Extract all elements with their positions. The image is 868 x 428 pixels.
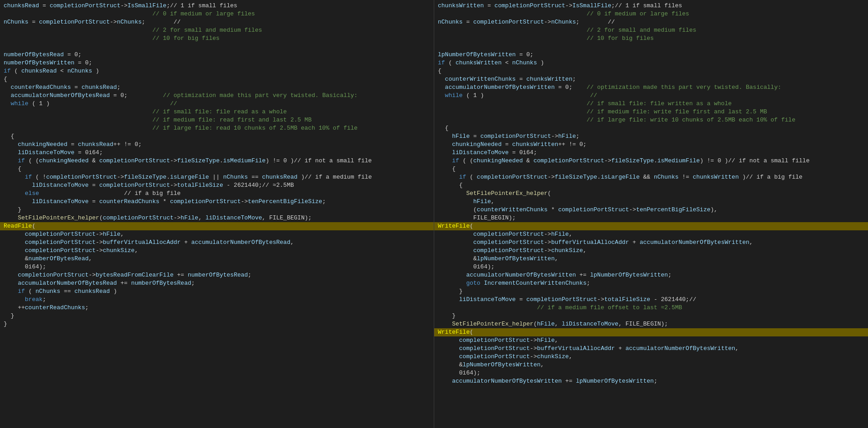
- code-line: hFile,: [434, 198, 868, 206]
- code-line: 0i64);: [0, 263, 434, 271]
- code-line: nChunks = completionPortStruct->nChunks;…: [0, 18, 434, 26]
- code-line: {: [0, 132, 434, 141]
- code-line: liDistanceToMove = 0i64;: [0, 149, 434, 157]
- code-line: counterWrittenChunks = chunksWritten;: [434, 75, 868, 83]
- code-line: if ( !completionPortStruct->fileSizeType…: [0, 173, 434, 181]
- code-line: // 0 if medium or large files: [0, 10, 434, 18]
- code-line: {: [434, 67, 868, 75]
- code-line: completionPortStruct->chunkSize,: [434, 247, 868, 255]
- code-line: completionPortStruct->hFile,: [434, 230, 868, 238]
- code-line: // 10 for big files: [434, 34, 868, 43]
- code-line: // 2 for small and medium files: [0, 26, 434, 34]
- code-line: 0i64);: [434, 263, 868, 271]
- code-line: if ( nChunks == chunksRead ): [0, 287, 434, 296]
- code-line: {: [434, 181, 868, 190]
- code-line: lpNumberOfBytesWritten = 0;: [434, 51, 868, 59]
- code-line: while ( 1 ) //: [434, 92, 868, 100]
- code-line: FILE_BEGIN);: [434, 214, 868, 222]
- code-line: chunkingNeeded = chunksWritten++ != 0;: [434, 141, 868, 149]
- code-line: goto IncrementCounterWrittenChunks;: [434, 279, 868, 287]
- code-line: accumulatorNumberOfBytesWritten = 0; // …: [434, 83, 868, 92]
- code-line: completionPortStruct->hFile,: [434, 336, 868, 345]
- code-line: chunksWritten = completionPortStruct->Is…: [434, 2, 868, 10]
- code-line: while ( 1 ) //: [0, 100, 434, 108]
- code-line: // if small file: file read as a whole: [0, 108, 434, 116]
- code-line: completionPortStruct->bufferVirtualAlloc…: [434, 345, 868, 353]
- code-line: nChunks = completionPortStruct->nChunks;…: [434, 18, 868, 26]
- code-line: accumulatorNumberOfBytesRead = 0; // opt…: [0, 92, 434, 100]
- code-line: if ( completionPortStruct->fileSizeType.…: [434, 173, 868, 181]
- code-line: liDistanceToMove = counterReadChunks * c…: [0, 198, 434, 206]
- code-line: (counterWrittenChunks * completionPortSt…: [434, 206, 868, 214]
- code-line: // if medium file: write file first and …: [434, 108, 868, 116]
- code-line: accumulatorNumberOfBytesWritten += lpNum…: [434, 271, 868, 279]
- code-line: {: [0, 75, 434, 83]
- code-line: else // if a big file: [0, 190, 434, 198]
- code-line: if ( (chunkingNeeded & completionPortStr…: [434, 157, 868, 165]
- code-line: {: [0, 165, 434, 173]
- code-line: liDistanceToMove = completionPortStruct-…: [434, 296, 868, 304]
- code-line: &lpNumberOfBytesWritten,: [434, 361, 868, 369]
- code-line: // 0 if medium or large files: [434, 10, 868, 18]
- left-pane[interactable]: chunksRead = completionPortStruct->IsSma…: [0, 0, 434, 428]
- code-line: completionPortStruct->chunkSize,: [0, 247, 434, 255]
- code-line: {: [434, 165, 868, 173]
- right-pane[interactable]: chunksWritten = completionPortStruct->Is…: [434, 0, 868, 428]
- code-line: [0, 43, 434, 51]
- code-line: SetFilePointerEx_helper(: [434, 190, 868, 198]
- code-line: if ( (chunkingNeeded & completionPortStr…: [0, 157, 434, 165]
- main-container: chunksRead = completionPortStruct->IsSma…: [0, 0, 868, 428]
- code-line: hFile = completionPortStruct->hFile;: [434, 132, 868, 141]
- code-line: completionPortStruct->chunkSize,: [434, 353, 868, 361]
- code-line: // if a medium file offset to last ≈2.5M…: [434, 304, 868, 312]
- code-line: accumulatorNumberOfBytesWritten += lpNum…: [434, 377, 868, 385]
- code-line: // 2 for small and medium files: [434, 26, 868, 34]
- code-line: }: [434, 312, 868, 320]
- code-line: if ( chunksRead < nChunks ): [0, 67, 434, 75]
- code-line: SetFilePointerEx_helper(hFile, liDistanc…: [434, 320, 868, 328]
- code-line: break;: [0, 296, 434, 304]
- code-line: }: [0, 206, 434, 214]
- code-line: completionPortStruct->bufferVirtualAlloc…: [434, 238, 868, 247]
- code-line: // if small file: file written as a whol…: [434, 100, 868, 108]
- code-line: &numberOfBytesRead,: [0, 255, 434, 263]
- code-line: }: [434, 287, 868, 296]
- code-line-highlighted: WriteFile(: [434, 222, 868, 230]
- code-line: }: [0, 312, 434, 320]
- code-line: if ( chunksWritten < nChunks ): [434, 59, 868, 67]
- code-line: &lpNumberOfBytesWritten,: [434, 255, 868, 263]
- code-line: liDistanceToMove = 0i64;: [434, 149, 868, 157]
- code-line: completionPortStruct->bufferVirtualAlloc…: [0, 238, 434, 247]
- code-line: // if medium file: read first and last 2…: [0, 116, 434, 124]
- code-line: // 10 for big files: [0, 34, 434, 43]
- code-line-highlighted: ReadFile(: [0, 222, 434, 230]
- code-line: SetFilePointerEx_helper(completionPortSt…: [0, 214, 434, 222]
- code-line: ++counterReadChunks;: [0, 304, 434, 312]
- code-line: completionPortStruct->hFile,: [0, 230, 434, 238]
- code-line: }: [0, 320, 434, 328]
- code-line: chunkingNeeded = chunksRead++ != 0;: [0, 141, 434, 149]
- code-line: liDistanceToMove = completionPortStruct-…: [0, 181, 434, 190]
- code-line: numberOfBytesRead = 0;: [0, 51, 434, 59]
- code-line: numberOfBytesWritten = 0;: [0, 59, 434, 67]
- code-line: completionPortStruct->bytesReadFromClear…: [0, 271, 434, 279]
- code-line: {: [434, 124, 868, 132]
- code-line-highlighted-2: WriteFile(: [434, 328, 868, 336]
- code-line: 0i64);: [434, 369, 868, 377]
- code-line: accumulatorNumberOfBytesRead += numberOf…: [0, 279, 434, 287]
- code-line: chunksRead = completionPortStruct->IsSma…: [0, 2, 434, 10]
- code-line: // if large file: read 10 chunks of 2.5M…: [0, 124, 434, 132]
- code-line: [434, 43, 868, 51]
- code-line: counterReadChunks = chunksRead;: [0, 83, 434, 92]
- code-line: // if large file: write 10 chunks of 2.5…: [434, 116, 868, 124]
